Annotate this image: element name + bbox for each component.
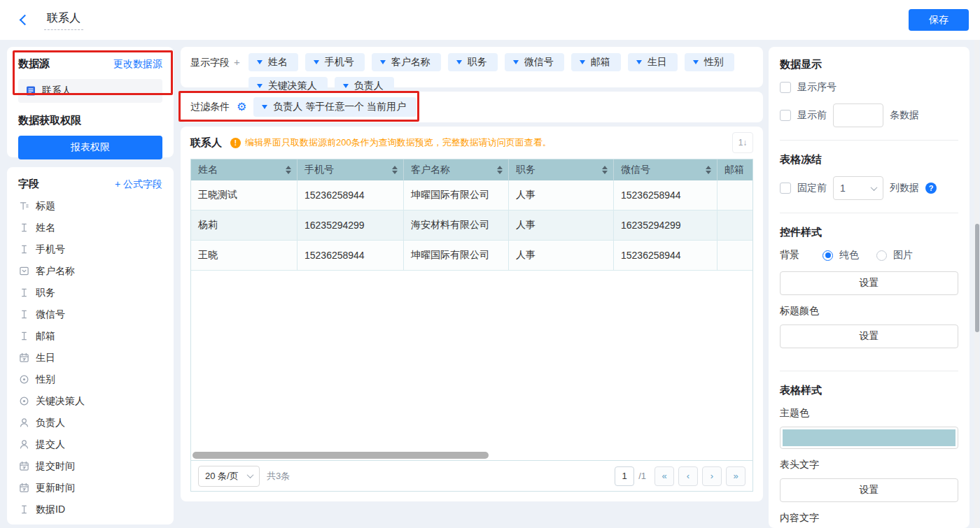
divider	[780, 213, 958, 213]
save-button[interactable]: 保存	[909, 9, 969, 31]
field-item[interactable]: 职务	[18, 282, 162, 304]
display-field-chip[interactable]: 职务	[448, 53, 498, 71]
column-header-label: 客户名称	[411, 164, 450, 176]
text-icon	[18, 504, 29, 515]
chevron-down-icon	[380, 60, 386, 64]
first-page-button[interactable]: «	[654, 466, 674, 486]
show-index-checkbox[interactable]	[780, 82, 791, 93]
page-size-select[interactable]: 20 条/页	[198, 466, 260, 487]
field-item-label: 关键决策人	[36, 395, 85, 408]
table-row[interactable]: 王晓15236258944坤曜国际有限公司人事15236258944	[191, 241, 752, 271]
show-first-count-input[interactable]	[833, 104, 883, 127]
person-icon	[18, 418, 29, 429]
content-text-label: 内容文字	[780, 512, 958, 525]
chevron-down-icon	[257, 60, 262, 64]
sort-icon[interactable]	[392, 166, 398, 174]
page-number-input[interactable]	[615, 466, 634, 486]
datasource-item[interactable]: 联系人	[18, 79, 162, 103]
display-field-chip[interactable]: 邮箱	[571, 53, 621, 71]
table-cell: 16235294299	[298, 211, 404, 240]
show-first-checkbox[interactable]	[780, 110, 791, 121]
display-field-chip[interactable]: 微信号	[505, 53, 564, 71]
report-permission-button[interactable]: 报表权限	[18, 136, 162, 159]
freeze-count-select[interactable]: 1	[833, 176, 883, 200]
field-item[interactable]: 数据ID	[18, 499, 162, 520]
field-item[interactable]: 关键决策人	[18, 390, 162, 412]
field-item[interactable]: 客户名称	[18, 260, 162, 282]
text-icon	[18, 309, 29, 320]
sort-icon[interactable]	[706, 166, 711, 174]
column-header[interactable]: 职务	[509, 159, 614, 180]
filter-condition-chip[interactable]: 负责人 等于任意一个 当前用户	[253, 97, 416, 117]
field-item[interactable]: 手机号	[18, 238, 162, 260]
field-item[interactable]: 负责人	[18, 412, 162, 434]
field-item[interactable]: 性别	[18, 369, 162, 390]
chevron-down-icon	[636, 60, 642, 64]
change-datasource-link[interactable]: 更改数据源	[113, 58, 162, 71]
help-icon[interactable]: ?	[925, 183, 937, 194]
filter-condition-label: 负责人 等于任意一个 当前用户	[273, 101, 406, 113]
back-icon[interactable]	[20, 15, 31, 26]
display-field-chip[interactable]: 生日	[628, 53, 678, 71]
table-cell: 坤曜国际有限公司	[404, 180, 509, 210]
field-item[interactable]: 邮箱	[18, 325, 162, 347]
field-item[interactable]: 提交时间	[18, 455, 162, 477]
column-header[interactable]: 手机号	[298, 159, 404, 180]
sort-icon[interactable]	[602, 166, 608, 174]
table-empty-area	[191, 271, 752, 450]
sort-icon[interactable]	[497, 166, 503, 174]
prev-page-button[interactable]: ‹	[678, 466, 698, 486]
table-cell: 15236258944	[614, 180, 718, 210]
display-field-chip-label: 姓名	[268, 56, 288, 69]
gear-icon[interactable]: ⚙	[237, 101, 246, 113]
add-formula-field-link[interactable]: + 公式字段	[115, 178, 162, 191]
image-radio[interactable]	[876, 250, 887, 261]
chevron-down-icon	[343, 84, 349, 88]
freeze-count-value: 1	[840, 183, 846, 194]
preview-table: 姓名手机号客户名称职务微信号邮箱 王晓测试15236258944坤曜国际有限公司…	[190, 159, 753, 492]
field-item[interactable]: 姓名	[18, 217, 162, 238]
title-color-set-button[interactable]: 设置	[780, 324, 958, 348]
permission-title: 数据获取权限	[18, 114, 162, 127]
display-field-chip-label: 关键决策人	[268, 80, 317, 92]
column-header[interactable]: 姓名	[191, 159, 298, 180]
horizontal-scrollbar	[192, 452, 751, 459]
header-text-set-button[interactable]: 设置	[780, 478, 958, 502]
chevron-down-icon	[257, 84, 262, 88]
add-display-field-button[interactable]: +	[234, 53, 240, 71]
display-field-chip[interactable]: 性别	[685, 53, 734, 71]
show-first-label: 显示前	[797, 109, 827, 122]
table-row[interactable]: 杨莉16235294299海安材料有限公司人事16235294299	[191, 211, 752, 241]
column-header[interactable]: 邮箱	[718, 159, 753, 180]
table-cell: 王晓	[191, 241, 298, 270]
vertical-scrollbar-thumb[interactable]	[975, 224, 979, 332]
sort-icon[interactable]	[286, 166, 291, 174]
table-cell	[718, 241, 753, 270]
field-item[interactable]: 微信号	[18, 304, 162, 325]
field-item[interactable]: 标题	[18, 195, 162, 217]
text-icon	[18, 222, 29, 234]
background-set-button[interactable]: 设置	[780, 271, 958, 295]
table-row[interactable]: 王晓测试15236258944坤曜国际有限公司人事15236258944	[191, 180, 752, 211]
display-field-chip[interactable]: 姓名	[248, 53, 298, 71]
solid-color-radio[interactable]	[822, 250, 833, 261]
theme-color-picker[interactable]	[780, 427, 958, 449]
last-page-button[interactable]: »	[726, 466, 746, 486]
freeze-checkbox[interactable]	[780, 183, 791, 194]
display-field-chip-label: 生日	[648, 56, 667, 69]
field-item[interactable]: 更新时间	[18, 477, 162, 499]
table-cell: 15236258944	[614, 241, 718, 270]
chevron-down-icon	[871, 184, 878, 191]
column-header[interactable]: 微信号	[614, 159, 718, 180]
display-field-chip[interactable]: 手机号	[305, 53, 365, 71]
display-field-chip[interactable]: 客户名称	[372, 53, 441, 71]
next-page-button[interactable]: ›	[702, 466, 722, 486]
field-item-label: 职务	[36, 287, 55, 299]
table-style-title: 表格样式	[780, 384, 958, 397]
column-header[interactable]: 客户名称	[404, 159, 509, 180]
field-item[interactable]: 生日	[18, 347, 162, 369]
field-item[interactable]: 提交人	[18, 434, 162, 455]
horizontal-scrollbar-thumb[interactable]	[192, 452, 489, 459]
sort-order-button[interactable]: 1↓	[732, 132, 753, 153]
column-header-label: 微信号	[621, 164, 650, 176]
